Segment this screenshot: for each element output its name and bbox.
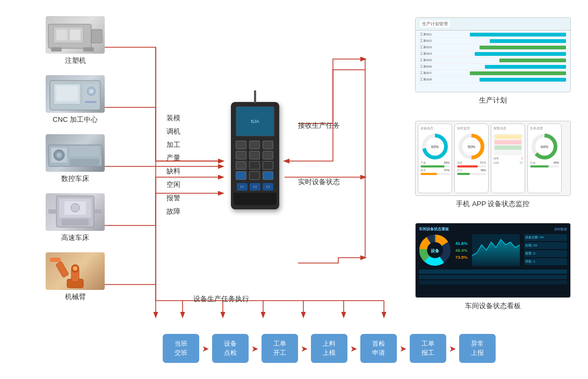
- key-star: [236, 171, 246, 180]
- key-3: [263, 141, 273, 149]
- phone-stats: 产量 83% 效率 57%: [420, 161, 449, 175]
- key-5: [249, 151, 260, 159]
- metric-4: 停机: 1: [524, 258, 567, 265]
- stat-row: 温度 72°C: [457, 161, 486, 164]
- workflow-box-inspect: 设备 点检: [212, 334, 249, 363]
- machine-injection: 注塑机: [46, 16, 105, 65]
- stat-label: 报警: [493, 157, 499, 160]
- key-f1: F1: [237, 183, 248, 191]
- app-label: 手机 APP 设备状态监控: [456, 199, 529, 209]
- key-1: [236, 141, 246, 149]
- workflow-arrow-2: ➤: [249, 334, 262, 363]
- label-output: 产量: [166, 152, 180, 164]
- stat-row: 产量 83%: [420, 161, 449, 164]
- alarm-item: [495, 145, 521, 150]
- key-2: [249, 141, 260, 149]
- key-7: [236, 161, 246, 170]
- label-receive-task: 接收生产任务: [298, 121, 340, 130]
- stat-val: 45%: [481, 169, 486, 172]
- table-row: [419, 280, 567, 285]
- label-install-mold: 装模: [166, 113, 180, 124]
- key-8: [249, 161, 260, 170]
- bar-fill: [457, 173, 470, 175]
- center-terminal: tUA F1 F2 F3: [226, 102, 285, 220]
- stat-label: 产量: [420, 161, 426, 164]
- svg-rect-37: [94, 209, 102, 214]
- phone-stats: 完成 64%: [530, 161, 559, 167]
- gauge-2: 50%: [459, 134, 484, 159]
- panel-production-plan: 生产计划管理 工单001 工单002 工单003 工单004: [415, 17, 571, 105]
- workshop-chart: [472, 234, 520, 266]
- plan-row-2: 工单002: [418, 38, 568, 45]
- workshop-label: 车间设备状态看板: [465, 301, 521, 311]
- lathe-machine-image: [46, 134, 105, 172]
- terminal-screen: tUA: [236, 106, 274, 136]
- stat-label: 压力: [457, 169, 462, 172]
- label-idle: 空闲: [166, 179, 180, 191]
- label-adjust: 调机: [166, 126, 180, 137]
- stat-row: 报警 3: [493, 157, 522, 160]
- app-phone-1: 设备状态 83% 产量 83% 效率 57%: [418, 123, 452, 193]
- workshop-table: [419, 269, 567, 285]
- metric-1: 设备总数: 24: [524, 234, 567, 241]
- stat-val: 72°C: [480, 161, 486, 164]
- workflow-arrow-5: ➤: [397, 334, 410, 363]
- workflow-report: 工单 报工: [410, 334, 446, 363]
- terminal-screen-text: tUA: [251, 119, 259, 124]
- pct-3: 73.5%: [455, 255, 468, 260]
- svg-rect-30: [70, 159, 99, 166]
- svg-rect-42: [50, 258, 61, 262]
- workflow-box-firstcheck: 首检 申请: [360, 334, 397, 363]
- alarm-item: [495, 135, 521, 139]
- injection-machine-image: [46, 16, 105, 54]
- workflow-box-start: 工单 开工: [262, 334, 298, 363]
- bar-fill: [420, 173, 437, 175]
- cnc-label: CNC 加工中心: [53, 115, 98, 125]
- plan-bar: [485, 65, 566, 69]
- table-row: [419, 269, 567, 274]
- svg-rect-16: [51, 47, 62, 52]
- stat-label: 效率: [420, 169, 426, 172]
- machine-robot: 机械臂: [46, 252, 105, 302]
- gauge-2-inner: 50%: [462, 137, 481, 156]
- workflow-row: 当班 交班 ➤ 设备 点检 ➤ 工单 开工 ➤ 上料 上模 ➤ 首检 申请 ➤ …: [86, 334, 572, 363]
- gauge-1: 83%: [422, 134, 448, 159]
- stat-row: 完成 64%: [530, 161, 559, 164]
- terminal-fn-row: F1 F2 F3: [237, 183, 273, 191]
- label-alarm: 报警: [166, 193, 180, 204]
- machine-highspeed: 高速车床: [46, 193, 105, 243]
- plan-bar: [490, 39, 566, 43]
- stat-row: 压力 45%: [457, 169, 486, 172]
- workshop-title: 车间设备状态看板: [419, 227, 449, 232]
- workflow-arrow-3: ➤: [298, 334, 311, 363]
- workshop-body: 设备 41.6% 46.4% 73.5%: [419, 234, 567, 266]
- svg-rect-12: [91, 30, 102, 43]
- bar-fill: [420, 165, 445, 167]
- plan-cell: 工单002: [420, 39, 458, 43]
- stat-label: 在线: [493, 161, 499, 164]
- plan-row-6: 工单006: [418, 64, 568, 70]
- main-container: 注塑机 CNC 加工中心: [0, 0, 588, 379]
- metric-2: 在线: 20: [524, 242, 567, 249]
- machine-cnc: CNC 加工中心: [46, 75, 105, 125]
- terminal-keypad: [236, 141, 274, 180]
- center-labels: 装模 调机 加工 产量 缺料 空闲 报警 故障: [166, 113, 180, 217]
- label-fault: 故障: [166, 206, 180, 217]
- app-phone-4: 任务进度 64% 完成 64%: [527, 123, 562, 193]
- workshop-time: 实时数据: [554, 227, 567, 232]
- key-0: [249, 171, 260, 180]
- robot-machine-image: [46, 252, 105, 290]
- workshop-donut: 设备: [419, 234, 451, 266]
- workflow-feed: 上料 上模: [311, 334, 347, 363]
- key-9: [263, 161, 273, 170]
- svg-rect-33: [62, 219, 89, 225]
- phone-header: 实时监控: [457, 126, 486, 131]
- app-phone-2: 实时监控 50% 温度 72°C 压力 45%: [454, 123, 489, 193]
- svg-point-43: [73, 266, 77, 271]
- panel-app-monitoring: 设备状态 83% 产量 83% 效率 57%: [415, 121, 571, 209]
- plan-row-1: 工单001: [418, 32, 568, 38]
- workshop-pcts: 41.6% 46.4% 73.5%: [455, 234, 468, 266]
- plan-row-4: 工单004: [418, 51, 568, 57]
- label-task-exec: 设备生产任务执行: [193, 294, 249, 304]
- highspeed-label: 高速车床: [61, 233, 89, 243]
